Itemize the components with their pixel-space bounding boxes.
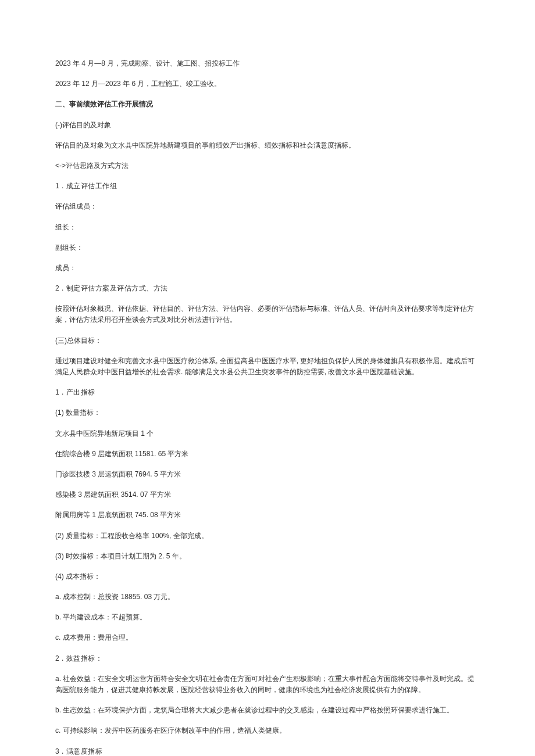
cost-indicator-label: (4) 成本指标：	[55, 571, 480, 582]
members-label: 成员：	[55, 263, 480, 274]
overall-goal-text: 通过项目建设对健全和完善文水县中医医疗救治体系, 全面提高县中医医疗水平, 更好…	[55, 356, 480, 378]
subsection-1-heading: (-)评估目的及对象	[55, 120, 480, 131]
avg-cost-text: b. 平均建设成本：不超预算。	[55, 612, 480, 623]
item-1-heading: 1 . 成立评估工作组	[55, 181, 480, 192]
eval-group-members-label: 评估组成员：	[55, 201, 480, 212]
infection-building-text: 感染楼 3 层建筑面积 3514. 07 平方米	[55, 489, 480, 500]
eval-plan-text: 按照评估对象概况、评估依据、评估目的、评估方法、评估内容、必要的评估指标与标准、…	[55, 303, 480, 325]
eco-benefit-text: b. 生态效益：在环境保护方面，龙筑局合理将大大减少患者在就诊过程中的交叉感染，…	[55, 705, 480, 716]
cost-expense-text: c. 成本费用：费用合理。	[55, 632, 480, 643]
item-2-heading: 2 . 制定评估方案及评估方式、方法	[55, 283, 480, 294]
eval-purpose-text: 评估目的及对象为文水县中医院异地新建项目的事前绩效产出指标、绩效指标和社会满意度…	[55, 140, 480, 151]
quality-indicator-text: (2) 质量指标：工程股收合格率 100%, 全部完成。	[55, 531, 480, 542]
deputy-leader-label: 副组长：	[55, 242, 480, 253]
quantity-indicator-label: (1) 数量指标：	[55, 407, 480, 418]
output-indicator-heading: 1 . 产出指标	[55, 387, 480, 398]
schedule-line-2: 2023 年 12 月—2023 年 6 月，工程施工、竣工验收。	[55, 78, 480, 89]
project-count-text: 文水县中医院异地新尼项目 1 个	[55, 428, 480, 439]
satisfaction-indicator-heading: 3 . 满意度指标	[55, 746, 480, 756]
section-2-heading: 二、事前绩效评估工作开展情况	[55, 99, 480, 110]
schedule-line-1: 2023 年 4 月—8 月，完成勘察、设计、施工图、招投标工作	[55, 58, 480, 69]
time-indicator-text: (3) 时效指标：本项目计划工期为 2. 5 年。	[55, 551, 480, 562]
outpatient-building-text: 门诊医技楼 3 层运筑面积 7694. 5 平方米	[55, 469, 480, 480]
sustainable-impact-text: c. 可持续影响：发挥中医药服务在医疗体制改革中的作用，造福人类健康。	[55, 725, 480, 736]
auxiliary-building-text: 附属用房等 1 层底筑面积 745. 08 平方米	[55, 510, 480, 521]
subsection-2-heading: <->评估思路及方式方法	[55, 160, 480, 171]
inpatient-building-text: 住院综合楼 9 层建筑面积 11581. 65 平方米	[55, 449, 480, 460]
benefit-indicator-heading: 2 . 效益指标：	[55, 653, 480, 664]
social-benefit-text: a. 社会效益：在安全文明运营方面符合安全文明在社会责任方面可对社会产生积极影响…	[55, 673, 480, 696]
group-leader-label: 组长：	[55, 222, 480, 233]
cost-control-text: a. 成本控制：总投资 18855. 03 万元。	[55, 592, 480, 603]
subsection-3-heading: (三)总体目标：	[55, 335, 480, 346]
